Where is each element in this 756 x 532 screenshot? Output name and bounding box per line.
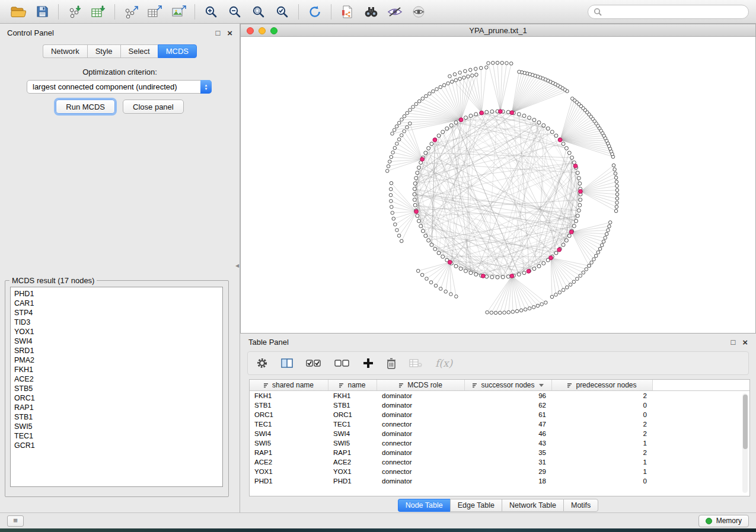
graph-leaf-node[interactable] xyxy=(544,301,548,305)
graph-hub-node[interactable] xyxy=(549,256,553,260)
graph-leaf-node[interactable] xyxy=(614,172,617,175)
graph-leaf-node[interactable] xyxy=(507,310,511,314)
graph-node[interactable] xyxy=(517,273,521,276)
graph-node[interactable] xyxy=(577,209,580,212)
show-details-button[interactable] xyxy=(407,2,430,21)
graph-leaf-node[interactable] xyxy=(554,293,558,297)
graph-leaf-node[interactable] xyxy=(414,102,418,106)
table-scrollbar[interactable] xyxy=(742,393,748,493)
graph-hub-node[interactable] xyxy=(557,248,562,252)
graph-leaf-node[interactable] xyxy=(393,129,396,132)
graph-leaf-node[interactable] xyxy=(417,100,421,103)
graph-leaf-node[interactable] xyxy=(400,134,403,137)
graph-node[interactable] xyxy=(419,225,423,228)
graph-leaf-node[interactable] xyxy=(397,234,401,238)
graph-leaf-node[interactable] xyxy=(528,307,531,310)
graph-leaf-node[interactable] xyxy=(484,66,488,69)
graph-node[interactable] xyxy=(562,243,565,246)
graph-node[interactable] xyxy=(578,203,582,207)
graph-leaf-node[interactable] xyxy=(607,229,610,232)
document-share-button[interactable] xyxy=(336,2,359,21)
graph-leaf-node[interactable] xyxy=(579,274,582,278)
graph-leaf-node[interactable] xyxy=(435,88,439,91)
graph-leaf-node[interactable] xyxy=(434,284,438,287)
graph-node[interactable] xyxy=(570,156,574,159)
graph-node[interactable] xyxy=(437,134,441,137)
graph-leaf-node[interactable] xyxy=(439,85,442,89)
tab-select[interactable]: Select xyxy=(120,44,158,58)
graph-leaf-node[interactable] xyxy=(474,67,477,70)
graph-leaf-node[interactable] xyxy=(388,160,391,164)
graph-hub-node[interactable] xyxy=(510,111,514,115)
graph-leaf-node[interactable] xyxy=(462,76,466,79)
graph-node[interactable] xyxy=(564,146,568,150)
graph-leaf-node[interactable] xyxy=(467,75,470,78)
splitter-collapse-icon[interactable]: ◀ xyxy=(235,263,239,268)
graph-leaf-node[interactable] xyxy=(582,271,585,274)
graph-node[interactable] xyxy=(437,251,441,255)
graph-node[interactable] xyxy=(554,251,558,255)
graph-leaf-node[interactable] xyxy=(615,201,619,204)
graph-node[interactable] xyxy=(546,127,550,130)
graph-leaf-node[interactable] xyxy=(570,97,574,101)
delete-row-button[interactable] xyxy=(387,358,396,369)
graph-node[interactable] xyxy=(413,187,416,191)
mcds-result-item[interactable]: GCR1 xyxy=(14,441,222,450)
graph-leaf-node[interactable] xyxy=(446,82,450,85)
graph-leaf-node[interactable] xyxy=(608,225,611,228)
export-network-button[interactable] xyxy=(120,2,142,21)
mcds-result-item[interactable]: RAP1 xyxy=(14,403,222,412)
graph-leaf-node[interactable] xyxy=(425,277,429,281)
mcds-result-list[interactable]: PHD1CAR1STP4TID3YOX1SWI4SRD1PMA2FKH1ACE2… xyxy=(10,287,223,487)
graph-leaf-node[interactable] xyxy=(397,138,401,142)
graph-leaf-node[interactable] xyxy=(394,223,397,226)
table-row[interactable]: YOX1YOX1connector291 xyxy=(250,467,749,476)
graph-node[interactable] xyxy=(416,214,419,217)
table-row[interactable]: ACE2ACE2connector311 xyxy=(250,457,749,467)
graph-node[interactable] xyxy=(454,121,458,124)
graph-node[interactable] xyxy=(449,124,453,127)
graph-hub-node[interactable] xyxy=(480,111,484,115)
graph-node[interactable] xyxy=(445,127,449,130)
mcds-result-item[interactable]: STB5 xyxy=(14,384,222,393)
graph-node[interactable] xyxy=(576,214,579,217)
hide-details-button[interactable] xyxy=(384,2,406,21)
graph-leaf-node[interactable] xyxy=(536,304,540,307)
graph-leaf-node[interactable] xyxy=(588,264,591,268)
tab-mcds[interactable]: MCDS xyxy=(158,44,197,58)
graph-leaf-node[interactable] xyxy=(511,310,515,314)
graph-node[interactable] xyxy=(413,198,416,201)
graph-leaf-node[interactable] xyxy=(605,232,608,236)
graph-leaf-node[interactable] xyxy=(518,70,521,73)
graph-hub-node[interactable] xyxy=(433,138,437,142)
graph-leaf-node[interactable] xyxy=(503,311,506,315)
table-row[interactable]: ORC1ORC1dominator610 xyxy=(250,410,749,419)
graph-node[interactable] xyxy=(577,177,580,180)
mcds-result-item[interactable]: TID3 xyxy=(14,318,222,327)
graph-leaf-node[interactable] xyxy=(594,254,598,258)
zoom-in-button[interactable] xyxy=(200,2,222,21)
float-panel-icon[interactable]: □ xyxy=(215,29,220,37)
network-titlebar[interactable]: YPA_prune.txt_1 xyxy=(240,24,756,37)
graph-leaf-node[interactable] xyxy=(449,293,453,296)
mcds-result-item[interactable]: STB1 xyxy=(14,412,222,422)
graph-leaf-node[interactable] xyxy=(479,66,483,70)
graph-leaf-node[interactable] xyxy=(439,287,442,291)
graph-node[interactable] xyxy=(441,130,445,134)
graph-leaf-node[interactable] xyxy=(450,80,454,84)
show-columns-button[interactable] xyxy=(281,358,293,368)
graph-leaf-node[interactable] xyxy=(397,121,401,125)
delete-column-button[interactable] xyxy=(409,358,422,368)
graph-leaf-node[interactable] xyxy=(428,92,432,95)
graph-leaf-node[interactable] xyxy=(448,75,452,78)
graph-node[interactable] xyxy=(413,203,417,207)
graph-hub-node[interactable] xyxy=(579,190,583,194)
criterion-select[interactable]: largest connected component (undirected)… xyxy=(27,80,212,94)
graph-leaf-node[interactable] xyxy=(425,94,428,98)
graph-node[interactable] xyxy=(506,110,510,114)
tab-node-table[interactable]: Node Table xyxy=(398,499,450,512)
graph-leaf-node[interactable] xyxy=(550,295,554,299)
graph-node[interactable] xyxy=(469,114,473,117)
mcds-result-item[interactable]: STP4 xyxy=(14,308,222,318)
graph-node[interactable] xyxy=(528,116,531,120)
